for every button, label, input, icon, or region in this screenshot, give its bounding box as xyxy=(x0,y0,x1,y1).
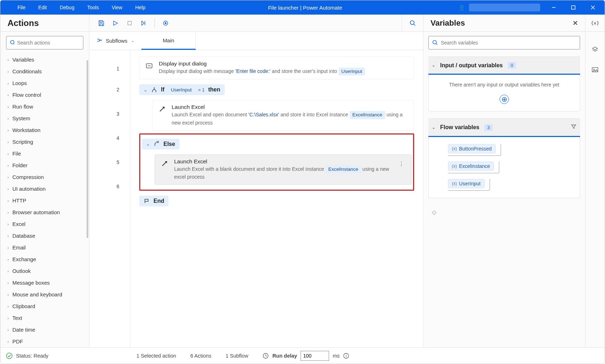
actions-search[interactable] xyxy=(6,36,83,49)
designer-panel: Subflows ⌄ Main 123456 Display input dia… xyxy=(89,32,423,347)
action-category[interactable]: ›System xyxy=(6,112,83,124)
rail-variables-icon[interactable]: {x} xyxy=(585,15,605,31)
maximize-button[interactable] xyxy=(563,0,583,15)
action-category[interactable]: ›Run flow xyxy=(6,101,83,112)
close-button[interactable] xyxy=(583,0,603,15)
action-category[interactable]: ›File xyxy=(6,148,83,159)
action-category[interactable]: ›Loops xyxy=(6,77,83,89)
flow-variable[interactable]: (x) ButtonPressed xyxy=(448,144,496,153)
action-category[interactable]: ›Variables xyxy=(6,54,83,65)
flow-step[interactable]: Display input dialogDisplay input dialog… xyxy=(139,57,414,79)
flow-step[interactable]: Launch ExcelLaunch Excel and open docume… xyxy=(152,100,414,130)
svg-line-11 xyxy=(414,24,415,26)
variables-search[interactable] xyxy=(428,36,580,49)
account-name-blurred[interactable] xyxy=(469,4,540,11)
chevron-right-icon: › xyxy=(7,187,9,191)
actions-search-input[interactable] xyxy=(17,40,79,46)
action-category[interactable]: ›Browser automation xyxy=(6,206,83,218)
io-vars-section-header[interactable]: ⌄ Input / output variables 0 xyxy=(428,57,580,75)
variables-panel-header: Variables ✕ xyxy=(423,15,585,31)
else-block[interactable]: ⌄Else xyxy=(142,137,412,152)
svg-point-12 xyxy=(11,41,14,44)
action-category[interactable]: ›Exchange xyxy=(6,253,83,265)
action-category[interactable]: ›Database xyxy=(6,230,83,242)
variables-search-input[interactable] xyxy=(441,40,576,46)
designer-search-button[interactable] xyxy=(402,15,423,31)
flow-step[interactable]: Launch ExcelLaunch Excel with a blank do… xyxy=(155,154,412,185)
end-block[interactable]: End xyxy=(139,194,414,209)
menu-file[interactable]: File xyxy=(11,1,32,14)
chevron-right-icon: › xyxy=(7,304,9,308)
variable-icon: (x) xyxy=(452,181,457,186)
launch-icon xyxy=(157,104,167,113)
action-category[interactable]: ›Folder xyxy=(6,159,83,171)
scrollbar-thumb[interactable] xyxy=(87,60,88,238)
action-category[interactable]: ›HTTP xyxy=(6,195,83,206)
action-category-label: Message boxes xyxy=(12,280,50,286)
step-title: Launch Excel xyxy=(172,104,409,110)
run-button[interactable] xyxy=(109,17,122,30)
launch-icon xyxy=(160,158,169,168)
variable-icon: (x) xyxy=(452,164,457,169)
flow-vars-section-header[interactable]: ⌄ Flow variables 3 xyxy=(428,118,580,137)
action-category[interactable]: ›Flow control xyxy=(6,89,83,101)
steps-canvas[interactable]: Display input dialogDisplay input dialog… xyxy=(130,50,423,347)
recorder-button[interactable] xyxy=(159,17,172,30)
menu-view[interactable]: View xyxy=(105,1,129,14)
minimize-button[interactable] xyxy=(544,0,563,15)
variable-chip[interactable]: ExcelInstance xyxy=(350,111,385,119)
if-block[interactable]: ⌄If UserInput = 1 then xyxy=(139,82,414,97)
action-category[interactable]: ›PDF xyxy=(6,336,83,347)
stop-button[interactable] xyxy=(123,17,136,30)
collapse-caret-icon[interactable]: ⌄ xyxy=(146,141,150,147)
subflows-label: Subflows xyxy=(106,38,127,44)
subflows-bar: Subflows ⌄ Main xyxy=(89,32,423,50)
more-options-button[interactable]: ⋮ xyxy=(396,158,406,169)
menu-edit[interactable]: Edit xyxy=(32,1,53,14)
run-next-button[interactable] xyxy=(137,17,150,30)
action-category[interactable]: ›Date time xyxy=(6,324,83,336)
action-category[interactable]: ›Outlook xyxy=(6,265,83,277)
variable-chip[interactable]: ExcelInstance xyxy=(325,165,361,173)
action-category[interactable]: ›Email xyxy=(6,242,83,253)
menu-help[interactable]: Help xyxy=(129,1,152,14)
collapse-caret-icon[interactable]: ⌄ xyxy=(144,87,147,93)
action-category-label: Clipboard xyxy=(12,303,35,309)
flow-variable[interactable]: (x) UserInput xyxy=(448,179,485,188)
action-category[interactable]: ›Mouse and keyboard xyxy=(6,289,83,300)
action-category[interactable]: ›UI automation xyxy=(6,183,83,195)
run-delay-label: Run delay xyxy=(272,353,297,359)
subflows-dropdown[interactable]: Subflows ⌄ xyxy=(89,32,141,50)
variable-chip[interactable]: UserInput xyxy=(168,87,195,93)
action-category[interactable]: ›Message boxes xyxy=(6,277,83,289)
menu-debug[interactable]: Debug xyxy=(53,1,81,14)
clock-icon xyxy=(262,353,269,359)
rail-layers-icon[interactable] xyxy=(590,44,600,56)
title-bar: File Edit Debug Tools View Help File lau… xyxy=(0,0,605,15)
action-category[interactable]: ›Conditionals xyxy=(6,65,83,77)
action-category[interactable]: ›Clipboard xyxy=(6,300,83,312)
chevron-right-icon: › xyxy=(7,257,9,262)
flow-variable[interactable]: (x) ExcelInstance xyxy=(448,162,494,171)
action-category-label: Text xyxy=(12,315,22,321)
eraser-icon[interactable]: ◇ xyxy=(428,205,580,219)
action-category[interactable]: ›Excel xyxy=(6,218,83,230)
tab-main[interactable]: Main xyxy=(141,32,196,50)
line-number: 1 xyxy=(89,57,130,81)
rail-images-icon[interactable] xyxy=(590,65,600,76)
menu-tools[interactable]: Tools xyxy=(81,1,105,14)
action-category[interactable]: ›Scripting xyxy=(6,136,83,148)
save-button[interactable] xyxy=(95,17,108,30)
chevron-right-icon: › xyxy=(7,140,9,144)
variables-panel-close[interactable]: ✕ xyxy=(573,19,578,27)
variable-chip[interactable]: UserInput xyxy=(339,68,365,75)
info-icon[interactable]: i xyxy=(343,353,349,359)
account-icon[interactable]: 👤 xyxy=(458,4,465,11)
action-category[interactable]: ›Workstation xyxy=(6,124,83,136)
add-io-variable-button[interactable]: ⊕ xyxy=(500,95,509,104)
filter-icon[interactable] xyxy=(571,124,577,131)
action-category[interactable]: ›Compression xyxy=(6,171,83,183)
action-category[interactable]: ›Text xyxy=(6,312,83,324)
run-delay-input[interactable] xyxy=(301,351,329,361)
action-category-label: Email xyxy=(12,244,26,250)
